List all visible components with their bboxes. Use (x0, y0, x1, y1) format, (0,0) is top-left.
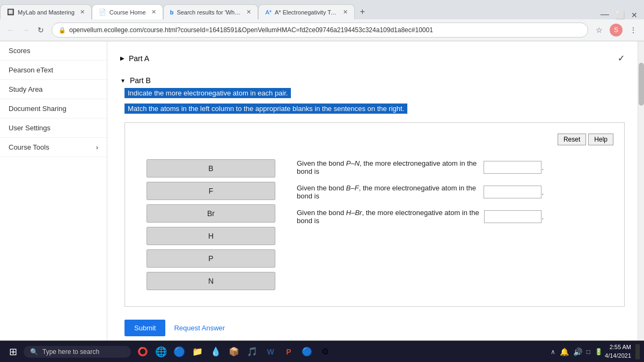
tab-label-electro: A* Electronegativity Table of the Ele... (275, 9, 338, 16)
sidebar-label-course-tools: Course Tools (9, 143, 49, 151)
tab-close-mylab[interactable]: ✕ (80, 9, 85, 16)
exercise-box: Reset Help B F Br H P N (125, 122, 625, 307)
sentence-3: Given the bond H–Br, the more electroneg… (297, 209, 544, 225)
sidebar-item-user-settings[interactable]: User Settings (0, 119, 107, 138)
taskbar-sys-area: ∧ 🔔 🔊 □ 🔋 (551, 348, 603, 356)
taskbar: ⊞ 🔍 Type here to search ⭕ 🌐 🔵 📁 💧 📦 🎵 W … (0, 341, 644, 362)
sidebar-item-pearson-etext[interactable]: Pearson eText (0, 61, 107, 80)
taskbar-search-label: Type here to search (42, 348, 99, 356)
help-button[interactable]: Help (588, 134, 613, 145)
part-a-header[interactable]: ▶ Part A ✓ (120, 50, 625, 67)
forward-button[interactable]: → (19, 24, 32, 36)
tab-icon-course: 📄 (99, 9, 106, 16)
tab-close-search[interactable]: ✕ (246, 9, 251, 16)
sentence-2-text: Given the bond B–F, the more electronega… (297, 184, 480, 200)
taskbar-icon-teams[interactable]: 🔵 (299, 344, 314, 359)
part-a-checkmark: ✓ (618, 53, 625, 63)
sidebar-label-document-sharing: Document Sharing (9, 105, 67, 113)
part-b-header[interactable]: ▼ Part B (120, 73, 625, 88)
tab-close-course[interactable]: ✕ (151, 9, 156, 16)
tab-label-search: Search results for 'Which of the f... (177, 9, 241, 16)
minimize-button[interactable]: — (598, 10, 611, 19)
show-desktop-button[interactable] (635, 344, 640, 359)
tab-close-electro[interactable]: ✕ (343, 9, 348, 16)
chevron-right-icon: › (96, 143, 98, 151)
taskbar-icons: ⭕ 🌐 🔵 📁 💧 📦 🎵 W P 🔵 ⚙ (135, 344, 333, 359)
tab-icon-search: b (170, 9, 174, 16)
request-answer-link[interactable]: Request Answer (174, 324, 225, 332)
tab-course[interactable]: 📄 Course Home ✕ (92, 4, 163, 19)
taskbar-icon-edge[interactable]: 🔵 (172, 344, 187, 359)
atom-Br[interactable]: Br (147, 204, 275, 223)
right-sentences: Given the bond P–N, the more electronega… (297, 159, 544, 225)
atom-F[interactable]: F (147, 182, 275, 200)
taskbar-icon-chrome[interactable]: 🌐 (153, 344, 169, 359)
taskbar-icon-onedrive[interactable]: 📦 (226, 344, 241, 359)
taskbar-clock[interactable]: 2:55 AM 4/14/2021 (605, 343, 631, 360)
taskbar-date: 4/14/2021 (605, 352, 631, 360)
sidebar-item-document-sharing[interactable]: Document Sharing (0, 99, 107, 119)
left-atoms: B F Br H P N (147, 159, 275, 290)
taskbar-chevron[interactable]: ∧ (551, 348, 555, 356)
part-b-label: Part B (130, 76, 151, 85)
close-button[interactable]: ✕ (629, 11, 640, 19)
scroll-thumb[interactable] (639, 63, 644, 106)
new-tab-button[interactable]: + (355, 4, 370, 19)
submit-row: Submit Request Answer (125, 315, 625, 341)
taskbar-icon-cortana[interactable]: ⭕ (135, 344, 150, 359)
atom-H[interactable]: H (147, 227, 275, 245)
taskbar-search[interactable]: 🔍 Type here to search (24, 346, 131, 358)
taskbar-battery[interactable]: 🔋 (595, 348, 603, 356)
taskbar-icon-word[interactable]: W (263, 344, 278, 359)
taskbar-display[interactable]: □ (587, 348, 590, 356)
reset-button[interactable]: Reset (558, 134, 586, 145)
maximize-button[interactable]: ⬜ (613, 11, 627, 19)
sentence-1-period: . (541, 164, 544, 172)
sidebar-label-scores: Scores (9, 47, 30, 55)
taskbar-icon-powerpoint[interactable]: P (281, 344, 296, 359)
profile-button[interactable]: S (610, 24, 623, 36)
taskbar-icon-explorer[interactable]: 📁 (190, 344, 205, 359)
tab-search[interactable]: b Search results for 'Which of the f... … (163, 4, 259, 19)
answer-box-3[interactable] (484, 210, 541, 223)
address-bar: ← → ↻ 🔒 openvellum.ecollege.com/course.h… (0, 19, 644, 41)
search-icon: 🔍 (30, 348, 38, 356)
url-text: openvellum.ecollege.com/course.html?cour… (69, 26, 433, 34)
url-bar[interactable]: 🔒 openvellum.ecollege.com/course.html?co… (52, 23, 588, 38)
scroll-track[interactable] (638, 41, 644, 341)
submit-button[interactable]: Submit (125, 320, 165, 336)
taskbar-icon-mail[interactable]: 💧 (208, 344, 223, 359)
tab-icon-electro: A* (265, 9, 272, 16)
answer-box-1[interactable] (484, 161, 541, 174)
tab-electro[interactable]: A* A* Electronegativity Table of the Ele… (258, 4, 355, 19)
atom-N[interactable]: N (147, 272, 275, 290)
drag-drop-area: B F Br H P N Given the bond P–N, the mor (136, 154, 613, 295)
sidebar-item-study-area[interactable]: Study Area (0, 80, 107, 99)
reload-button[interactable]: ↻ (34, 24, 47, 36)
part-a-section: ▶ Part A ✓ (120, 50, 625, 67)
sidebar-label-pearson-etext: Pearson eText (9, 66, 53, 74)
taskbar-volume[interactable]: 🔊 (573, 348, 582, 356)
sidebar-label-study-area: Study Area (9, 85, 43, 93)
sidebar-item-scores[interactable]: Scores (0, 41, 107, 61)
taskbar-notification[interactable]: 🔔 (560, 348, 569, 356)
sentence-2-period: . (541, 188, 544, 196)
taskbar-time: 2:55 AM (605, 343, 631, 351)
browser-chrome: 🔲 MyLab and Mastering ✕ 📄 Course Home ✕ … (0, 0, 644, 41)
tab-mylab[interactable]: 🔲 MyLab and Mastering ✕ (0, 4, 92, 19)
back-button[interactable]: ← (4, 24, 17, 36)
extensions-button[interactable]: ⋮ (627, 24, 640, 36)
sentence-3-text: Given the bond H–Br, the more electroneg… (297, 209, 481, 225)
windows-start-button[interactable]: ⊞ (4, 343, 21, 360)
sentence-1-text: Given the bond P–N, the more electronega… (297, 159, 480, 175)
taskbar-icon-spotify[interactable]: 🎵 (245, 344, 260, 359)
taskbar-icon-settings[interactable]: ⚙ (318, 344, 333, 359)
answer-box-2[interactable] (484, 186, 541, 198)
atom-B[interactable]: B (147, 159, 275, 178)
reset-help-row: Reset Help (136, 134, 613, 145)
lock-icon: 🔒 (58, 27, 66, 34)
content-area: ▶ Part A ✓ ▼ Part B Indicate the more el… (107, 41, 638, 341)
bookmark-button[interactable]: ☆ (592, 24, 605, 36)
atom-P[interactable]: P (147, 249, 275, 268)
sidebar-item-course-tools[interactable]: Course Tools › (0, 138, 107, 157)
